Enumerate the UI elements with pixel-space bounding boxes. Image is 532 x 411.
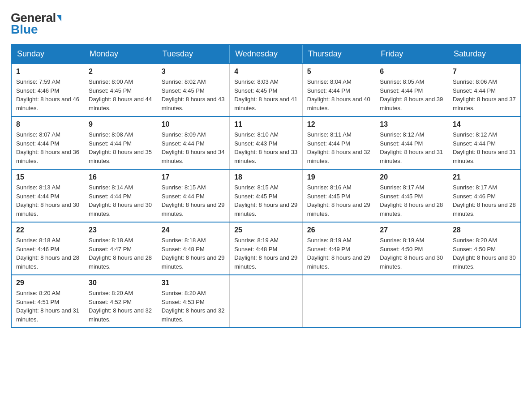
calendar-cell: 18 Sunrise: 8:15 AM Sunset: 4:45 PM Dayl…	[230, 169, 303, 222]
day-info: Sunrise: 8:20 AM Sunset: 4:53 PM Dayligh…	[162, 289, 225, 324]
day-number: 8	[16, 120, 79, 128]
calendar-cell: 14 Sunrise: 8:12 AM Sunset: 4:44 PM Dayl…	[448, 116, 521, 169]
day-info: Sunrise: 8:07 AM Sunset: 4:44 PM Dayligh…	[16, 130, 79, 165]
day-number: 20	[380, 173, 443, 181]
day-number: 17	[162, 173, 225, 181]
calendar-cell: 17 Sunrise: 8:15 AM Sunset: 4:44 PM Dayl…	[157, 169, 230, 222]
header-sunday: Sunday	[11, 44, 84, 64]
day-info: Sunrise: 7:59 AM Sunset: 4:46 PM Dayligh…	[16, 77, 79, 112]
calendar-cell: 19 Sunrise: 8:16 AM Sunset: 4:45 PM Dayl…	[302, 169, 375, 222]
calendar-cell: 11 Sunrise: 8:10 AM Sunset: 4:43 PM Dayl…	[230, 116, 303, 169]
calendar-cell: 2 Sunrise: 8:00 AM Sunset: 4:45 PM Dayli…	[84, 64, 157, 116]
calendar-cell: 7 Sunrise: 8:06 AM Sunset: 4:44 PM Dayli…	[448, 64, 521, 116]
day-info: Sunrise: 8:00 AM Sunset: 4:45 PM Dayligh…	[89, 77, 152, 112]
day-info: Sunrise: 8:13 AM Sunset: 4:44 PM Dayligh…	[16, 183, 79, 218]
day-number: 28	[453, 226, 516, 234]
day-info: Sunrise: 8:16 AM Sunset: 4:45 PM Dayligh…	[307, 183, 371, 218]
day-info: Sunrise: 8:06 AM Sunset: 4:44 PM Dayligh…	[453, 77, 516, 112]
day-info: Sunrise: 8:20 AM Sunset: 4:51 PM Dayligh…	[16, 289, 79, 324]
calendar-cell: 5 Sunrise: 8:04 AM Sunset: 4:44 PM Dayli…	[302, 64, 375, 116]
day-info: Sunrise: 8:02 AM Sunset: 4:45 PM Dayligh…	[162, 77, 225, 112]
day-number: 6	[380, 68, 443, 76]
calendar-cell: 16 Sunrise: 8:14 AM Sunset: 4:44 PM Dayl…	[84, 169, 157, 222]
calendar-cell: 23 Sunrise: 8:18 AM Sunset: 4:47 PM Dayl…	[84, 222, 157, 275]
day-number: 3	[162, 68, 225, 76]
calendar-cell: 30 Sunrise: 8:20 AM Sunset: 4:52 PM Dayl…	[84, 275, 157, 328]
day-info: Sunrise: 8:17 AM Sunset: 4:45 PM Dayligh…	[380, 183, 443, 218]
day-info: Sunrise: 8:19 AM Sunset: 4:50 PM Dayligh…	[380, 236, 443, 271]
day-info: Sunrise: 8:12 AM Sunset: 4:44 PM Dayligh…	[380, 130, 443, 165]
calendar-cell: 8 Sunrise: 8:07 AM Sunset: 4:44 PM Dayli…	[11, 116, 84, 169]
calendar-cell: 13 Sunrise: 8:12 AM Sunset: 4:44 PM Dayl…	[375, 116, 448, 169]
day-info: Sunrise: 8:09 AM Sunset: 4:44 PM Dayligh…	[162, 130, 225, 165]
calendar-table: SundayMondayTuesdayWednesdayThursdayFrid…	[11, 44, 521, 328]
calendar-cell: 29 Sunrise: 8:20 AM Sunset: 4:51 PM Dayl…	[11, 275, 84, 328]
day-info: Sunrise: 8:14 AM Sunset: 4:44 PM Dayligh…	[89, 183, 152, 218]
calendar-cell: 25 Sunrise: 8:19 AM Sunset: 4:48 PM Dayl…	[230, 222, 303, 275]
day-info: Sunrise: 8:15 AM Sunset: 4:44 PM Dayligh…	[162, 183, 225, 218]
calendar-week-4: 22 Sunrise: 8:18 AM Sunset: 4:46 PM Dayl…	[11, 222, 521, 275]
calendar-cell: 22 Sunrise: 8:18 AM Sunset: 4:46 PM Dayl…	[11, 222, 84, 275]
day-number: 15	[16, 173, 79, 181]
day-info: Sunrise: 8:17 AM Sunset: 4:46 PM Dayligh…	[453, 183, 516, 218]
page-header: General Blue	[11, 11, 521, 37]
day-number: 26	[307, 226, 371, 234]
day-number: 12	[307, 120, 371, 128]
day-number: 27	[380, 226, 443, 234]
calendar-cell: 26 Sunrise: 8:19 AM Sunset: 4:49 PM Dayl…	[302, 222, 375, 275]
day-number: 29	[16, 279, 79, 287]
day-info: Sunrise: 8:04 AM Sunset: 4:44 PM Dayligh…	[307, 77, 371, 112]
day-info: Sunrise: 8:05 AM Sunset: 4:44 PM Dayligh…	[380, 77, 443, 112]
calendar-cell: 15 Sunrise: 8:13 AM Sunset: 4:44 PM Dayl…	[11, 169, 84, 222]
day-info: Sunrise: 8:11 AM Sunset: 4:44 PM Dayligh…	[307, 130, 371, 165]
day-number: 24	[162, 226, 225, 234]
calendar-week-2: 8 Sunrise: 8:07 AM Sunset: 4:44 PM Dayli…	[11, 116, 521, 169]
day-info: Sunrise: 8:19 AM Sunset: 4:49 PM Dayligh…	[307, 236, 371, 271]
header-thursday: Thursday	[302, 44, 375, 64]
logo: General Blue	[11, 11, 61, 37]
logo-triangle-icon	[57, 15, 61, 21]
day-info: Sunrise: 8:18 AM Sunset: 4:48 PM Dayligh…	[162, 236, 225, 271]
calendar-cell: 4 Sunrise: 8:03 AM Sunset: 4:45 PM Dayli…	[230, 64, 303, 116]
calendar-cell: 1 Sunrise: 7:59 AM Sunset: 4:46 PM Dayli…	[11, 64, 84, 116]
day-number: 13	[380, 120, 443, 128]
day-number: 16	[89, 173, 152, 181]
day-number: 7	[453, 68, 516, 76]
calendar-week-3: 15 Sunrise: 8:13 AM Sunset: 4:44 PM Dayl…	[11, 169, 521, 222]
logo-blue-text: Blue	[11, 22, 38, 37]
day-info: Sunrise: 8:10 AM Sunset: 4:43 PM Dayligh…	[234, 130, 298, 165]
day-number: 9	[89, 120, 152, 128]
calendar-cell: 24 Sunrise: 8:18 AM Sunset: 4:48 PM Dayl…	[157, 222, 230, 275]
day-info: Sunrise: 8:03 AM Sunset: 4:45 PM Dayligh…	[234, 77, 298, 112]
day-number: 2	[89, 68, 152, 76]
day-number: 14	[453, 120, 516, 128]
calendar-cell: 31 Sunrise: 8:20 AM Sunset: 4:53 PM Dayl…	[157, 275, 230, 328]
header-wednesday: Wednesday	[230, 44, 303, 64]
day-number: 1	[16, 68, 79, 76]
calendar-cell	[302, 275, 375, 328]
day-info: Sunrise: 8:18 AM Sunset: 4:46 PM Dayligh…	[16, 236, 79, 271]
day-number: 18	[234, 173, 298, 181]
header-friday: Friday	[375, 44, 448, 64]
calendar-cell: 20 Sunrise: 8:17 AM Sunset: 4:45 PM Dayl…	[375, 169, 448, 222]
header-tuesday: Tuesday	[157, 44, 230, 64]
calendar-cell	[448, 275, 521, 328]
day-info: Sunrise: 8:18 AM Sunset: 4:47 PM Dayligh…	[89, 236, 152, 271]
day-number: 23	[89, 226, 152, 234]
day-number: 11	[234, 120, 298, 128]
calendar-cell	[230, 275, 303, 328]
calendar-cell: 9 Sunrise: 8:08 AM Sunset: 4:44 PM Dayli…	[84, 116, 157, 169]
day-info: Sunrise: 8:19 AM Sunset: 4:48 PM Dayligh…	[234, 236, 298, 271]
calendar-header-row: SundayMondayTuesdayWednesdayThursdayFrid…	[11, 44, 521, 64]
calendar-cell: 10 Sunrise: 8:09 AM Sunset: 4:44 PM Dayl…	[157, 116, 230, 169]
day-number: 10	[162, 120, 225, 128]
day-number: 19	[307, 173, 371, 181]
calendar-cell: 3 Sunrise: 8:02 AM Sunset: 4:45 PM Dayli…	[157, 64, 230, 116]
calendar-cell: 12 Sunrise: 8:11 AM Sunset: 4:44 PM Dayl…	[302, 116, 375, 169]
calendar-week-1: 1 Sunrise: 7:59 AM Sunset: 4:46 PM Dayli…	[11, 64, 521, 116]
day-number: 22	[16, 226, 79, 234]
day-info: Sunrise: 8:20 AM Sunset: 4:50 PM Dayligh…	[453, 236, 516, 271]
day-info: Sunrise: 8:20 AM Sunset: 4:52 PM Dayligh…	[89, 289, 152, 324]
day-number: 31	[162, 279, 225, 287]
day-number: 25	[234, 226, 298, 234]
